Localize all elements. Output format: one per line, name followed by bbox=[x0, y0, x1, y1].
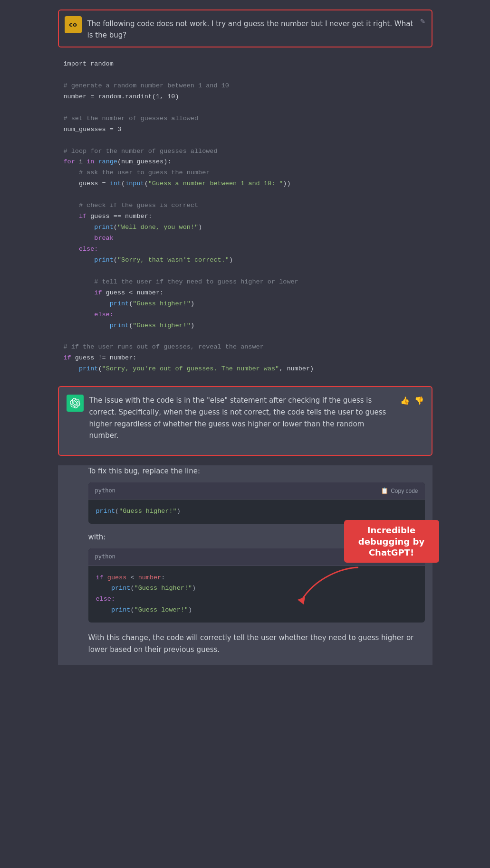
copy-code-button-1[interactable]: 📋 Copy code bbox=[381, 487, 418, 494]
user-message-content: The following code does not work. I try … bbox=[87, 16, 414, 41]
copy-label-1: Copy code bbox=[391, 488, 418, 494]
copy-icon-1: 📋 bbox=[381, 487, 388, 494]
annotation-arrow bbox=[287, 563, 363, 605]
user-code-block: import random # generate a random number… bbox=[58, 59, 432, 386]
edit-icon[interactable]: ✎ bbox=[420, 16, 426, 27]
code-line-print-lower: print("Guess lower!") bbox=[96, 605, 417, 616]
code-line-print-higher: print("Guess higher!") bbox=[96, 583, 417, 594]
code-snippet-1: python 📋 Copy code print("Guess higher!"… bbox=[88, 482, 425, 524]
gpt-avatar bbox=[67, 395, 84, 412]
code-lang-1: python bbox=[95, 486, 115, 495]
user-avatar: co bbox=[65, 16, 82, 33]
gpt-continuation: To fix this bug, replace the line: pytho… bbox=[58, 465, 432, 665]
thumbs-up-icon[interactable]: 👍 bbox=[400, 395, 410, 407]
code-line-if: if guess < number: bbox=[96, 573, 417, 584]
user-code-text: import random # generate a random number… bbox=[64, 59, 427, 375]
gpt-message: The issue with the code is in the "else"… bbox=[58, 386, 432, 456]
gpt-main-response: The issue with the code is in the "else"… bbox=[89, 395, 394, 442]
fix-intro-text: To fix this bug, replace the line: bbox=[88, 465, 425, 477]
code-line-else: else: bbox=[96, 594, 417, 605]
openai-icon bbox=[70, 398, 80, 408]
code-snippet-1-header: python 📋 Copy code bbox=[88, 482, 425, 500]
svg-marker-0 bbox=[298, 597, 305, 604]
user-message-text: The following code does not work. I try … bbox=[87, 18, 414, 41]
code-body-2: if guess < number: print("Guess higher!"… bbox=[88, 566, 425, 623]
annotation-bubble: Incredible debugging by ChatGPT! bbox=[344, 520, 439, 563]
annotation-text: Incredible debugging by ChatGPT! bbox=[358, 525, 424, 557]
message-actions: ✎ bbox=[420, 16, 426, 41]
user-avatar-label: co bbox=[69, 20, 77, 30]
thumbs-down-icon[interactable]: 👎 bbox=[414, 395, 424, 407]
code-lang-2: python bbox=[95, 552, 115, 561]
code-line-print: print bbox=[96, 508, 115, 515]
user-message: co The following code does not work. I t… bbox=[58, 9, 432, 47]
feedback-icons: 👍 👎 bbox=[400, 395, 424, 447]
gpt-response-text: The issue with the code is in the "else"… bbox=[89, 395, 394, 447]
annotation-container: Incredible debugging by ChatGPT! python … bbox=[88, 548, 425, 623]
bottom-paragraph: With this change, the code will correctl… bbox=[88, 632, 425, 656]
